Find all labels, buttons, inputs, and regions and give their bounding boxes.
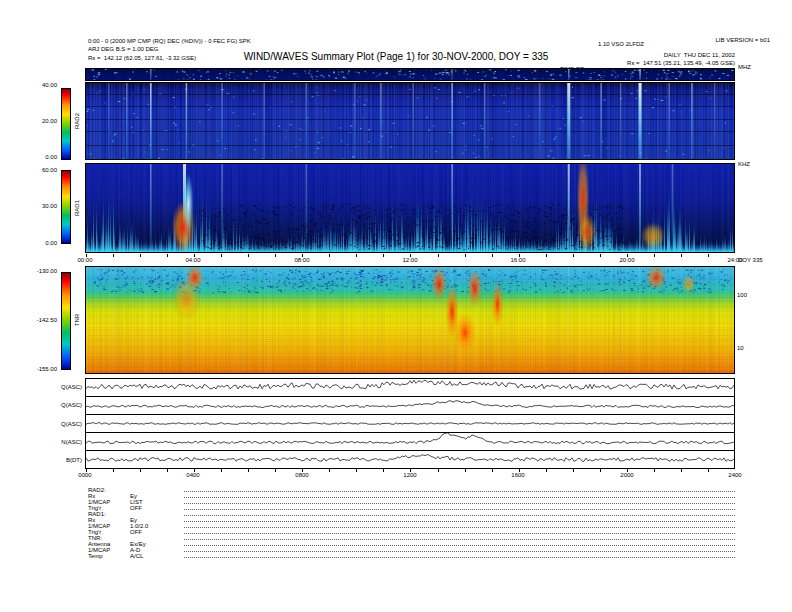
rad2-colorbar-max: 40.00 [27, 82, 57, 89]
dotted-leader [184, 551, 735, 552]
dotted-leader [184, 491, 735, 492]
strip-5-label: B(DT) [44, 457, 82, 464]
dotted-leader [184, 515, 735, 516]
tnr-colorbar-mid: -142.50 [27, 317, 57, 324]
tnr-spectrogram-canvas [86, 267, 734, 373]
status-value: A/CL [130, 553, 184, 559]
status-row: TempA/CL [88, 553, 735, 559]
rad1-colorbar-max: 60.00 [27, 167, 57, 174]
dotted-leader [184, 497, 735, 498]
rad1-panel-label: RAD1 [73, 188, 81, 228]
rad1-spectrogram-panel [85, 163, 735, 253]
status-value: OFF [130, 505, 184, 511]
dotted-leader [184, 503, 735, 504]
dotted-leader [184, 539, 735, 540]
rad2-spectrogram-canvas [86, 83, 734, 159]
strip-5-canvas [86, 451, 734, 468]
rad2-high-strip-canvas [86, 69, 734, 80]
rad1-colorbar [61, 170, 71, 244]
dotted-leader [184, 527, 735, 528]
bottom-tick-3: 1200 [393, 472, 427, 479]
rad1-colorbar-mid: 30.00 [27, 203, 57, 210]
status-value: OFF [130, 529, 184, 535]
strip-2-canvas [86, 397, 734, 414]
strip-3-canvas [86, 415, 734, 432]
doy-axis-label: DOY 335 [738, 257, 763, 264]
mhz-unit-label: MHZ [738, 64, 751, 71]
bottom-tick-6: 2400 [718, 472, 752, 479]
khz-unit-label: KHZ [738, 161, 750, 168]
bottom-tick-0: 0000 [68, 472, 102, 479]
rad2-spectrogram-panel [85, 82, 735, 160]
tnr-spectrogram-panel [85, 266, 735, 374]
rad1-tick-2: 08:00 [285, 257, 319, 264]
strip-1-label: Q(ASC) [44, 384, 82, 391]
dotted-leader [184, 509, 735, 510]
strip-2-label: Q(ASC) [44, 402, 82, 409]
dotted-leader [184, 521, 735, 522]
tnr-colorbar-min: -155.00 [27, 366, 57, 373]
bottom-tick-5: 2000 [610, 472, 644, 479]
line-strip-panels [85, 378, 735, 469]
tnr-colorbar-max: -130.00 [27, 268, 57, 275]
rad1-tick-3: 12:00 [393, 257, 427, 264]
rad1-spectrogram-canvas [86, 164, 734, 252]
tnr-colorbar [61, 272, 71, 370]
page-title: WIND/WAVES Summary Plot (Page 1) for 30-… [0, 51, 792, 62]
strip-1-canvas [86, 379, 734, 396]
wind-waves-summary-plot: 0:00 - 0 (2000 MP CMP (RQ) DEC (%DIV)) -… [0, 0, 792, 612]
tnr-panel-label: TNR [73, 300, 81, 340]
tnr-freq-tick-10: 10 [737, 345, 744, 352]
strip-3-label: Q(ASC) [44, 421, 82, 428]
dotted-leader [184, 533, 735, 534]
strip-row [86, 451, 734, 468]
tnr-freq-tick-100: 100 [737, 292, 747, 299]
strip-row [86, 433, 734, 451]
rad2-colorbar-mid: 20.00 [27, 118, 57, 125]
header-left-line1: 0:00 - 0 (2000 MP CMP (RQ) DEC (%DIV)) -… [88, 38, 251, 45]
strip-4-label: N(ASC) [44, 439, 82, 446]
rad1-colorbar-min: 0.00 [27, 240, 57, 247]
rad1-tick-1: 04:00 [176, 257, 210, 264]
bottom-tick-4: 1600 [501, 472, 535, 479]
dotted-leader [184, 545, 735, 546]
dotted-leader [184, 557, 735, 558]
strip-row [86, 379, 734, 397]
rad2-panel-label: RAD2 [73, 101, 81, 141]
instrument-status-block: RAD2: RxEy 1/MCAPLIST Trig'rOFF RAD1: Rx… [88, 487, 735, 559]
rad2-high-strip-panel [85, 68, 735, 81]
status-label: Temp [88, 553, 130, 559]
header-lib-version: LIB VERSION = b01 [615, 37, 770, 44]
rad1-tick-4: 16:00 [501, 257, 535, 264]
bottom-tick-2: 0800 [285, 472, 319, 479]
strip-4-canvas [86, 433, 734, 450]
rad2-colorbar [61, 88, 71, 160]
strip-row [86, 415, 734, 433]
rad1-tick-0: 00:00 [68, 257, 102, 264]
rad2-colorbar-min: 0.00 [27, 154, 57, 161]
rad1-tick-5: 20:00 [610, 257, 644, 264]
bottom-tick-1: 0400 [176, 472, 210, 479]
strip-row [86, 397, 734, 415]
